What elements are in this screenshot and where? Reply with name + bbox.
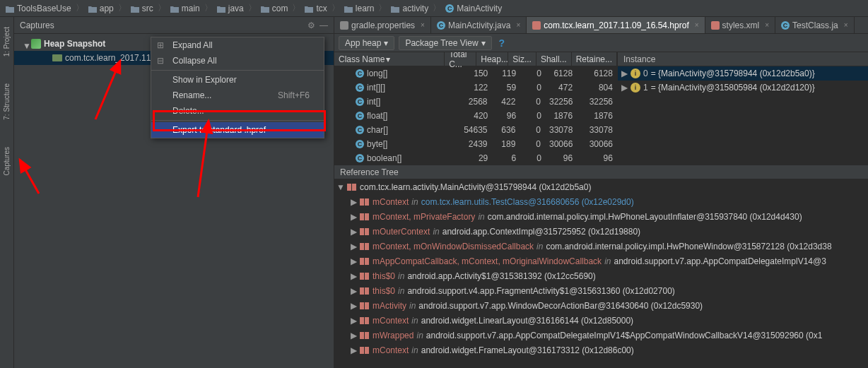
close-icon[interactable]: × — [844, 21, 848, 29]
col-retained[interactable]: Retaine... — [572, 52, 617, 66]
ref-row[interactable]: ▶ mOuterContext in android.app.ContextIm… — [334, 224, 868, 239]
table-row[interactable]: Cbyte[] 2439 189 0 30066 30066 — [334, 137, 617, 151]
disclosure-icon[interactable]: ▶ — [621, 83, 628, 93]
disclosure-icon[interactable]: ▶ — [350, 331, 357, 340]
heap-selector[interactable]: App heap▾ — [339, 36, 394, 50]
ref-link[interactable]: com.tcx.learn.utils.TestClass@316680656 … — [421, 197, 634, 207]
menu-export-hprof[interactable]: Export to standard .hprof — [151, 122, 324, 138]
gear-icon[interactable]: ⚙ — [307, 20, 315, 30]
table-row[interactable]: Cint[] 2568 422 0 32256 32256 — [334, 95, 617, 109]
breadcrumb-item[interactable]: main — [168, 4, 203, 13]
disclosure-icon[interactable]: ▶ — [350, 286, 357, 296]
disclosure-icon[interactable]: ▶ — [350, 197, 357, 207]
menu-expand-all[interactable]: ⊞ Expand All — [151, 37, 324, 53]
col-class-name[interactable]: Class Name▾ — [334, 52, 445, 66]
ref-row[interactable]: ▶ mContext in android.widget.LinearLayou… — [334, 313, 868, 328]
cell-heap: 422 — [492, 97, 520, 107]
col-heap[interactable]: Heap... — [476, 52, 508, 66]
instance-row[interactable]: ▶i0 = {MainActivity@315798944 (0x12d2b5a… — [618, 66, 868, 81]
ref-row[interactable]: ▶ mContext in com.tcx.learn.utils.TestCl… — [334, 194, 868, 209]
ref-row[interactable]: ▶ this$0 in android.app.Activity$1@31538… — [334, 268, 868, 283]
disclosure-icon[interactable]: ▶ — [350, 256, 357, 266]
disclosure-icon[interactable]: ▶ — [350, 345, 357, 355]
folder-icon — [391, 5, 399, 12]
disclosure-icon[interactable]: ▶ — [621, 69, 628, 78]
disclosure-icon[interactable]: ▼ — [337, 182, 344, 192]
close-icon[interactable]: × — [421, 21, 425, 29]
menu-rename[interactable]: Rename... Shift+F6 — [151, 88, 324, 103]
breadcrumb-item[interactable]: src — [128, 4, 156, 13]
menu-collapse-all[interactable]: ⊟ Collapse All — [151, 53, 324, 69]
breadcrumb-item[interactable]: tcx — [302, 4, 329, 13]
tool-tab-captures[interactable]: Captures — [1, 144, 12, 179]
editor-tab[interactable]: com.tcx.learn_2017.11.09_16.54.hprof× — [527, 17, 705, 34]
context-menu: ⊞ Expand All ⊟ Collapse All Show in Expl… — [151, 37, 324, 138]
menu-item-label: Delete... — [172, 106, 204, 116]
editor-tab[interactable]: styles.xml× — [705, 17, 776, 34]
table-row[interactable]: Cboolean[] 29 6 0 96 96 — [334, 151, 617, 165]
cell-shallow: 32256 — [545, 97, 577, 107]
tool-tab-structure[interactable]: 7: Structure — [1, 81, 12, 123]
editor-tab[interactable]: CMainActivity.java× — [431, 17, 527, 34]
ref-location: android.support.v7.app.AppCompatDelegate… — [426, 331, 823, 340]
breadcrumb-item[interactable]: activity — [388, 4, 431, 13]
ref-location: android.support.v4.app.FragmentActivity$… — [407, 286, 674, 296]
ref-in: in — [478, 212, 484, 222]
col-size[interactable]: Siz... — [508, 52, 536, 66]
ref-root[interactable]: ▼ com.tcx.learn.activity.MainActivity@31… — [334, 179, 868, 194]
close-icon[interactable]: × — [516, 21, 520, 29]
menu-delete[interactable]: Delete... — [151, 103, 324, 119]
breadcrumb-item[interactable]: ToolsBaseUse — [3, 4, 74, 13]
ref-row[interactable]: ▶ mAppCompatCallback, mContext, mOrigina… — [334, 254, 868, 268]
breadcrumb-item[interactable]: java — [214, 4, 247, 13]
breadcrumb-label: app — [100, 4, 114, 13]
cell-total: 2568 — [457, 97, 491, 107]
breadcrumb-label: tcx — [316, 4, 327, 13]
tool-tab-project[interactable]: 1: Project — [1, 24, 12, 59]
menu-show-explorer[interactable]: Show in Explorer — [151, 72, 324, 88]
breadcrumb-label: src — [142, 4, 153, 13]
instance-row[interactable]: ▶i1 = {MainActivity@315805984 (0x12d2d12… — [618, 81, 868, 95]
close-icon[interactable]: × — [765, 21, 769, 29]
disclosure-icon[interactable]: ▶ — [350, 212, 357, 222]
editor-tab[interactable]: gradle.properties× — [334, 17, 431, 34]
cell-name: Cchar[] — [334, 125, 457, 135]
breadcrumb-item[interactable]: CMainActivity — [442, 4, 505, 13]
table-row[interactable]: Cchar[] 54635 636 0 33078 33078 — [334, 123, 617, 137]
editor-tab[interactable]: CTestClass.ja× — [775, 17, 855, 34]
ref-row[interactable]: ▶ this$0 in android.support.v4.app.Fragm… — [334, 283, 868, 298]
dropdown-label: App heap — [345, 38, 381, 48]
class-table: Class Name▾ Total C... Heap... Siz... Sh… — [334, 52, 617, 165]
table-row[interactable]: Cint[][] 122 59 0 472 804 — [334, 81, 617, 95]
field-icon — [360, 287, 370, 295]
col-shallow[interactable]: Shall... — [536, 52, 572, 66]
disclosure-icon[interactable]: ▼ — [23, 41, 28, 47]
ref-row[interactable]: ▶ mActivity in android.support.v7.app.Wi… — [334, 298, 868, 313]
ref-row[interactable]: ▶ mContext, mOnWindowDismissedCallback i… — [334, 239, 868, 254]
ref-row[interactable]: ▶ mContext in android.widget.FrameLayout… — [334, 343, 868, 357]
disclosure-icon[interactable]: ▶ — [350, 242, 357, 251]
col-total[interactable]: Total C... — [445, 52, 476, 66]
view-selector[interactable]: Package Tree View▾ — [399, 36, 491, 50]
ref-row[interactable]: ▶ mContext, mPrivateFactory in com.andro… — [334, 209, 868, 224]
cell-heap: 636 — [492, 125, 520, 135]
close-icon[interactable]: × — [695, 21, 699, 29]
breadcrumb-item[interactable]: learn — [341, 4, 377, 13]
menu-shortcut: Shift+F6 — [278, 90, 310, 100]
folder-icon — [131, 5, 139, 12]
help-icon[interactable]: ? — [496, 37, 508, 49]
table-row[interactable]: Clong[] 150 119 0 6128 6128 — [334, 66, 617, 81]
ref-location: android.widget.LinearLayout@316166144 (0… — [421, 316, 633, 326]
minimize-icon[interactable]: — — [319, 20, 328, 30]
breadcrumb-item[interactable]: app — [86, 4, 117, 13]
disclosure-icon[interactable]: ▶ — [350, 227, 357, 237]
ref-field: this$0 — [373, 286, 395, 296]
instance-index: 0 — [643, 69, 648, 78]
ref-row[interactable]: ▶ mWrapped in android.support.v7.app.App… — [334, 328, 868, 343]
disclosure-icon[interactable]: ▶ — [350, 301, 357, 311]
breadcrumb-item[interactable]: com — [258, 4, 291, 13]
table-row[interactable]: Cfloat[] 420 96 0 1876 1876 — [334, 109, 617, 123]
disclosure-icon[interactable]: ▶ — [350, 316, 357, 326]
class-icon: C — [445, 4, 454, 13]
disclosure-icon[interactable]: ▶ — [350, 271, 357, 281]
